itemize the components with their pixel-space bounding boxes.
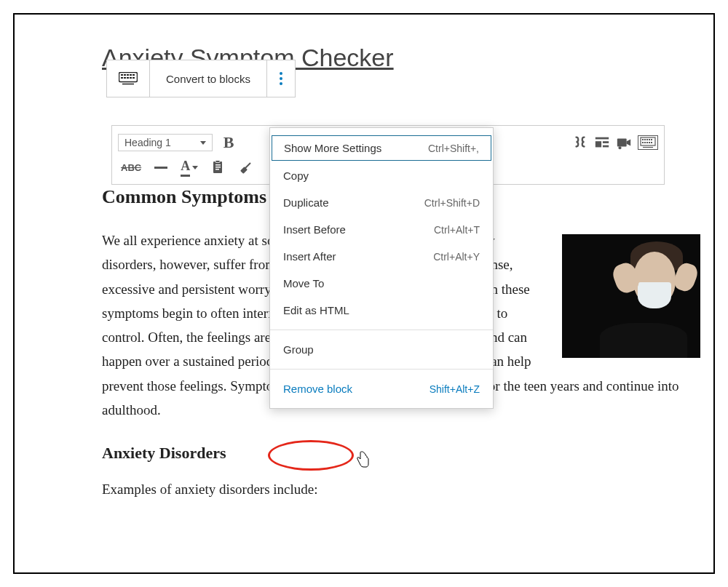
keyboard-toggle-icon[interactable] [638,135,658,150]
keyboard-icon [119,72,138,85]
block-toolbar: Convert to blocks [106,60,296,97]
svg-rect-5 [132,74,135,76]
svg-rect-27 [642,142,644,143]
svg-rect-10 [132,77,135,79]
svg-rect-28 [644,142,646,143]
menu-move-to[interactable]: Move To [270,270,493,297]
svg-rect-30 [649,142,650,143]
featured-image[interactable] [562,234,700,358]
menu-remove-block[interactable]: Remove block Shift+Alt+Z [270,375,493,402]
svg-rect-37 [215,169,219,170]
svg-rect-35 [215,164,221,166]
chevron-down-icon [192,166,198,169]
svg-rect-21 [641,137,655,145]
svg-rect-16 [596,141,601,147]
svg-rect-1 [121,74,123,76]
svg-rect-31 [651,142,652,143]
menu-edit-html[interactable]: Edit as HTML [270,297,493,324]
align-icon[interactable] [594,135,610,151]
svg-rect-23 [644,139,646,140]
chevron-down-icon [200,141,206,145]
svg-rect-19 [617,139,627,147]
svg-rect-6 [121,77,123,79]
classic-block-icon-button[interactable] [107,60,150,97]
hr-button[interactable] [151,164,170,172]
svg-rect-7 [124,77,126,79]
svg-rect-22 [642,139,644,140]
clear-formatting-button[interactable] [236,157,256,177]
paragraph-examples: Examples of anxiety disorders include: [102,477,700,501]
svg-point-12 [280,72,282,75]
svg-rect-24 [646,139,648,140]
strikethrough-button[interactable]: ABC [118,159,144,176]
svg-point-13 [280,77,282,80]
block-options-menu: Show More Settings Ctrl+Shift+, Copy Dup… [269,127,494,409]
heading-disorders: Anxiety Disorders [102,444,700,463]
svg-rect-15 [596,137,609,140]
menu-show-more-settings[interactable]: Show More Settings Ctrl+Shift+, [272,135,491,161]
svg-rect-25 [649,139,650,140]
menu-group[interactable]: Group [270,336,493,363]
convert-to-blocks-button[interactable]: Convert to blocks [162,72,255,86]
svg-rect-18 [603,145,609,148]
bold-button[interactable]: B [220,130,237,155]
paragraph-format-dropdown[interactable]: Heading 1 [118,134,213,151]
menu-insert-before[interactable]: Insert Before Ctrl+Alt+T [270,216,493,243]
svg-rect-29 [646,142,648,143]
more-vertical-icon [279,71,283,86]
svg-rect-36 [215,167,221,168]
more-options-button[interactable] [267,60,295,97]
paragraph-format-label: Heading 1 [124,137,171,148]
style-icon[interactable] [572,135,588,151]
svg-rect-34 [215,161,220,163]
window-frame: Anxiety Symptom Checker Convert to block… [13,13,715,574]
svg-rect-17 [603,141,609,143]
svg-rect-4 [130,74,132,76]
svg-rect-26 [651,139,652,140]
paste-button[interactable] [208,157,229,177]
svg-point-20 [618,146,621,149]
svg-rect-2 [124,74,126,76]
menu-insert-after[interactable]: Insert After Ctrl+Alt+Y [270,243,493,270]
svg-point-14 [280,82,282,85]
menu-duplicate[interactable]: Duplicate Ctrl+Shift+D [270,189,493,216]
text-color-button[interactable]: A [178,156,201,180]
svg-rect-3 [127,74,129,76]
svg-rect-8 [127,77,129,79]
menu-copy[interactable]: Copy [270,162,493,189]
video-icon[interactable] [616,135,632,151]
svg-rect-9 [130,77,132,79]
